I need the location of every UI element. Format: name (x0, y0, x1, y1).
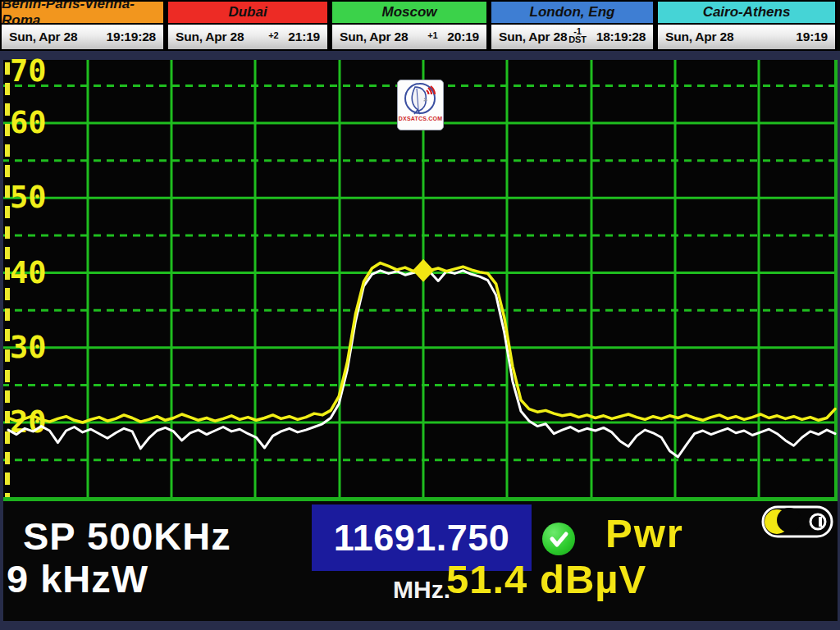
clock-tz-offset: +1 (427, 31, 437, 39)
spectrum-plot-area: 706050403020 DXSATCS.COM (0, 51, 840, 502)
clock-tz-offset: -1 DST (568, 27, 586, 43)
plot-top-strip (0, 51, 840, 60)
clock-date: Sun, Apr 28 (9, 30, 95, 44)
clock-time-row: Sun, Apr 28 -1 DST 18:19:28 (490, 25, 655, 51)
frame-edge-left (0, 51, 3, 630)
y-tick-label: 50 (10, 180, 47, 215)
logo-text: DXSATCS.COM (399, 116, 442, 121)
clock-time-row: Sun, Apr 28 19:19 (656, 25, 837, 51)
clock-time-row: Sun, Apr 28 +2 21:19 (167, 25, 329, 51)
clock-cell-dubai: Dubai Sun, Apr 28 +2 21:19 (167, 0, 329, 51)
clock-tz-offset: +2 (268, 31, 278, 39)
dxsatcs-logo: DXSATCS.COM (397, 80, 444, 130)
spectrum-analyzer-screen: Berlin-Paris-Vienna-Roma Sun, Apr 28 19:… (0, 0, 840, 630)
clock-city-label: Dubai (167, 0, 329, 25)
clock-city-label: Berlin-Paris-Vienna-Roma (0, 0, 165, 25)
readout-bar: SP 500KHz 9 kHzW 11691.750 MHz. Pwr 51.4… (0, 502, 840, 630)
clock-cell-moscow: Moscow Sun, Apr 28 +1 20:19 (331, 0, 488, 51)
power-toggle[interactable] (761, 505, 833, 538)
clock-cell-london: London, Eng Sun, Apr 28 -1 DST 18:19:28 (490, 0, 655, 51)
satellite-dish-icon (403, 82, 439, 116)
clock-city-label: London, Eng (490, 0, 655, 25)
clock-time-value: 18:19:28 (596, 30, 646, 44)
y-tick-label: 70 (10, 53, 47, 89)
span-label: SP 500KHz (23, 514, 231, 559)
clock-time-row: Sun, Apr 28 19:19:28 (0, 25, 165, 51)
y-tick-label: 60 (10, 105, 47, 140)
power-label: Pwr (605, 510, 684, 556)
clock-date: Sun, Apr 28 (499, 30, 567, 44)
bandwidth-label: 9 kHzW (7, 556, 148, 601)
power-value: 51.4 dBµV (446, 556, 646, 602)
lock-check-icon (542, 523, 575, 555)
clock-city-label: Moscow (331, 0, 488, 25)
frame-edge-bottom (0, 621, 840, 630)
frequency-value: 11691.750 (334, 517, 510, 559)
y-tick-label: 40 (10, 255, 47, 290)
clock-time-value: 20:19 (447, 30, 479, 44)
clock-date: Sun, Apr 28 (340, 30, 426, 44)
y-tick-label: 30 (10, 330, 47, 365)
clock-time-value: 19:19:28 (107, 30, 156, 44)
plot-border-bottom (0, 497, 840, 501)
clock-date: Sun, Apr 28 (176, 30, 267, 44)
clock-city-label: Cairo-Athens (656, 0, 837, 25)
clock-date: Sun, Apr 28 (665, 30, 784, 44)
clock-time-row: Sun, Apr 28 +1 20:19 (331, 25, 488, 51)
clock-time-value: 21:19 (288, 30, 320, 44)
world-clock-bar: Berlin-Paris-Vienna-Roma Sun, Apr 28 19:… (0, 0, 837, 51)
clock-time-value: 19:19 (796, 30, 828, 44)
clock-cell-cairo: Cairo-Athens Sun, Apr 28 19:19 (656, 0, 837, 51)
clock-cell-berlin: Berlin-Paris-Vienna-Roma Sun, Apr 28 19:… (0, 0, 165, 51)
